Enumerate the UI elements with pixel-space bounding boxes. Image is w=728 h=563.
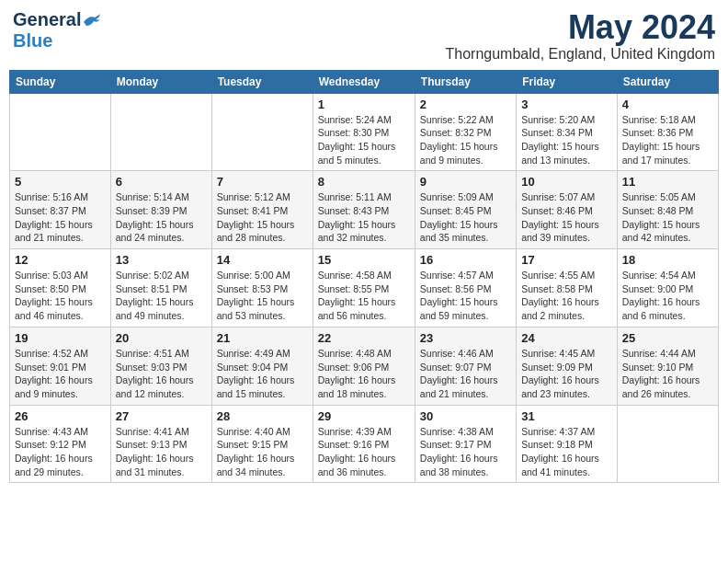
header-saturday: Saturday (617, 70, 718, 93)
table-row: 6Sunrise: 5:14 AM Sunset: 8:39 PM Daylig… (110, 171, 211, 249)
day-info: Sunrise: 5:14 AM Sunset: 8:39 PM Dayligh… (116, 190, 207, 245)
table-row: 4Sunrise: 5:18 AM Sunset: 8:36 PM Daylig… (617, 93, 718, 171)
day-info: Sunrise: 5:03 AM Sunset: 8:50 PM Dayligh… (15, 269, 106, 323)
calendar-week-row: 19Sunrise: 4:52 AM Sunset: 9:01 PM Dayli… (10, 327, 719, 405)
table-row: 7Sunrise: 5:12 AM Sunset: 8:41 PM Daylig… (211, 171, 313, 249)
calendar-week-row: 1Sunrise: 5:24 AM Sunset: 8:30 PM Daylig… (10, 93, 719, 171)
day-info: Sunrise: 4:38 AM Sunset: 9:17 PM Dayligh… (420, 425, 511, 479)
day-number: 5 (15, 175, 106, 189)
logo-bird-icon (82, 13, 102, 28)
table-row: 11Sunrise: 5:05 AM Sunset: 8:48 PM Dayli… (617, 171, 718, 249)
day-info: Sunrise: 4:54 AM Sunset: 9:00 PM Dayligh… (622, 269, 713, 323)
table-row (211, 93, 313, 171)
table-row: 2Sunrise: 5:22 AM Sunset: 8:32 PM Daylig… (415, 93, 516, 171)
header-thursday: Thursday (415, 70, 516, 93)
day-info: Sunrise: 4:58 AM Sunset: 8:55 PM Dayligh… (318, 269, 410, 323)
table-row: 9Sunrise: 5:09 AM Sunset: 8:45 PM Daylig… (415, 171, 516, 249)
day-info: Sunrise: 5:02 AM Sunset: 8:51 PM Dayligh… (116, 269, 207, 323)
day-info: Sunrise: 5:20 AM Sunset: 8:34 PM Dayligh… (521, 113, 612, 167)
table-row: 26Sunrise: 4:43 AM Sunset: 9:12 PM Dayli… (10, 405, 111, 483)
day-number: 19 (15, 331, 106, 345)
day-number: 1 (318, 98, 410, 111)
day-number: 9 (420, 175, 511, 189)
table-row: 17Sunrise: 4:55 AM Sunset: 8:58 PM Dayli… (517, 249, 618, 327)
month-year-title: May 2024 (445, 9, 715, 46)
day-info: Sunrise: 5:00 AM Sunset: 8:53 PM Dayligh… (217, 269, 308, 323)
table-row: 20Sunrise: 4:51 AM Sunset: 9:03 PM Dayli… (110, 327, 211, 405)
day-number: 15 (318, 253, 410, 267)
table-row: 27Sunrise: 4:41 AM Sunset: 9:13 PM Dayli… (110, 405, 211, 483)
day-number: 27 (116, 409, 207, 423)
weekday-header-row: Sunday Monday Tuesday Wednesday Thursday… (10, 70, 719, 93)
table-row (617, 405, 718, 483)
day-number: 11 (622, 175, 713, 189)
day-number: 4 (622, 98, 713, 111)
table-row: 1Sunrise: 5:24 AM Sunset: 8:30 PM Daylig… (313, 93, 415, 171)
table-row: 19Sunrise: 4:52 AM Sunset: 9:01 PM Dayli… (10, 327, 111, 405)
logo-general: General (13, 9, 81, 30)
header-friday: Friday (517, 70, 618, 93)
table-row: 16Sunrise: 4:57 AM Sunset: 8:56 PM Dayli… (415, 249, 516, 327)
logo: General Blue (13, 9, 102, 52)
day-number: 3 (521, 98, 612, 111)
day-info: Sunrise: 4:48 AM Sunset: 9:06 PM Dayligh… (318, 347, 410, 401)
day-info: Sunrise: 5:05 AM Sunset: 8:48 PM Dayligh… (622, 190, 713, 245)
table-row: 30Sunrise: 4:38 AM Sunset: 9:17 PM Dayli… (415, 405, 516, 483)
table-row (110, 93, 211, 171)
day-info: Sunrise: 4:43 AM Sunset: 9:12 PM Dayligh… (15, 425, 106, 479)
day-info: Sunrise: 5:09 AM Sunset: 8:45 PM Dayligh… (420, 190, 511, 245)
day-number: 2 (420, 98, 511, 111)
header-wednesday: Wednesday (313, 70, 415, 93)
day-info: Sunrise: 5:07 AM Sunset: 8:46 PM Dayligh… (521, 190, 612, 245)
day-number: 29 (318, 409, 410, 423)
day-number: 26 (15, 409, 106, 423)
table-row: 14Sunrise: 5:00 AM Sunset: 8:53 PM Dayli… (211, 249, 313, 327)
day-number: 28 (217, 409, 308, 423)
day-number: 20 (116, 331, 207, 345)
table-row: 24Sunrise: 4:45 AM Sunset: 9:09 PM Dayli… (517, 327, 618, 405)
table-row: 15Sunrise: 4:58 AM Sunset: 8:55 PM Dayli… (313, 249, 415, 327)
table-row: 25Sunrise: 4:44 AM Sunset: 9:10 PM Dayli… (617, 327, 718, 405)
day-info: Sunrise: 5:12 AM Sunset: 8:41 PM Dayligh… (217, 190, 308, 245)
day-info: Sunrise: 5:22 AM Sunset: 8:32 PM Dayligh… (420, 113, 511, 167)
day-info: Sunrise: 5:16 AM Sunset: 8:37 PM Dayligh… (15, 190, 106, 245)
table-row: 18Sunrise: 4:54 AM Sunset: 9:00 PM Dayli… (617, 249, 718, 327)
table-row: 28Sunrise: 4:40 AM Sunset: 9:15 PM Dayli… (211, 405, 313, 483)
day-number: 31 (521, 409, 612, 423)
day-number: 12 (15, 253, 106, 267)
logo-blue: Blue (13, 30, 102, 52)
day-info: Sunrise: 4:45 AM Sunset: 9:09 PM Dayligh… (521, 347, 612, 401)
day-info: Sunrise: 5:11 AM Sunset: 8:43 PM Dayligh… (318, 190, 410, 245)
day-info: Sunrise: 4:44 AM Sunset: 9:10 PM Dayligh… (622, 347, 713, 401)
header-sunday: Sunday (10, 70, 111, 93)
day-number: 23 (420, 331, 511, 345)
day-info: Sunrise: 4:51 AM Sunset: 9:03 PM Dayligh… (116, 347, 207, 401)
day-info: Sunrise: 4:49 AM Sunset: 9:04 PM Dayligh… (217, 347, 308, 401)
day-info: Sunrise: 4:55 AM Sunset: 8:58 PM Dayligh… (521, 269, 612, 323)
table-row: 5Sunrise: 5:16 AM Sunset: 8:37 PM Daylig… (10, 171, 111, 249)
table-row: 29Sunrise: 4:39 AM Sunset: 9:16 PM Dayli… (313, 405, 415, 483)
table-row: 13Sunrise: 5:02 AM Sunset: 8:51 PM Dayli… (110, 249, 211, 327)
header-monday: Monday (110, 70, 211, 93)
day-number: 25 (622, 331, 713, 345)
day-info: Sunrise: 5:18 AM Sunset: 8:36 PM Dayligh… (622, 113, 713, 167)
location-subtitle: Thorngumbald, England, United Kingdom (445, 46, 715, 63)
table-row: 22Sunrise: 4:48 AM Sunset: 9:06 PM Dayli… (313, 327, 415, 405)
day-info: Sunrise: 4:39 AM Sunset: 9:16 PM Dayligh… (318, 425, 410, 479)
day-number: 17 (521, 253, 612, 267)
day-number: 22 (318, 331, 410, 345)
table-row: 21Sunrise: 4:49 AM Sunset: 9:04 PM Dayli… (211, 327, 313, 405)
table-row (10, 93, 111, 171)
table-row: 3Sunrise: 5:20 AM Sunset: 8:34 PM Daylig… (517, 93, 618, 171)
day-info: Sunrise: 4:52 AM Sunset: 9:01 PM Dayligh… (15, 347, 106, 401)
title-area: May 2024 Thorngumbald, England, United K… (445, 9, 715, 63)
day-info: Sunrise: 4:41 AM Sunset: 9:13 PM Dayligh… (116, 425, 207, 479)
table-row: 10Sunrise: 5:07 AM Sunset: 8:46 PM Dayli… (517, 171, 618, 249)
day-number: 10 (521, 175, 612, 189)
day-number: 13 (116, 253, 207, 267)
header-tuesday: Tuesday (211, 70, 313, 93)
calendar-week-row: 26Sunrise: 4:43 AM Sunset: 9:12 PM Dayli… (10, 405, 719, 483)
day-number: 18 (622, 253, 713, 267)
day-info: Sunrise: 4:37 AM Sunset: 9:18 PM Dayligh… (521, 425, 612, 479)
day-number: 7 (217, 175, 308, 189)
